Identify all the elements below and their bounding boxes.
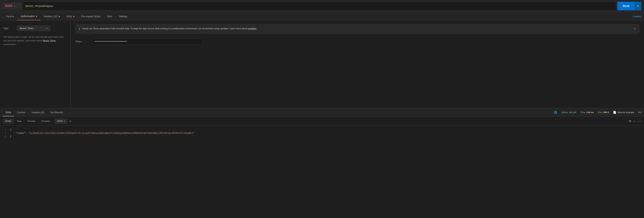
status-size-text: Size: 396 B xyxy=(598,111,609,113)
token-input[interactable] xyxy=(92,38,203,44)
tab-body[interactable]: Body xyxy=(63,13,78,20)
tab-tests[interactable]: Tests xyxy=(104,13,116,20)
method-dropdown[interactable]: POST ▾ xyxy=(3,3,21,9)
format-tabs-row: Pretty Raw Preview Visualize JSON ▾ ⇌ ⧉ … xyxy=(0,117,644,125)
alert-text: Heads up! These parameters hold sensitiv… xyxy=(82,27,631,30)
type-select-value: Bearer Token xyxy=(20,27,44,30)
type-select-arrow-icon: ▾ xyxy=(46,27,48,30)
json-selector-label: JSON xyxy=(57,120,63,122)
auth-section: Type Bearer Token ▾ The authorization he… xyxy=(0,21,644,108)
bearer-token-link[interactable]: Bearer Token xyxy=(43,39,56,42)
response-status-area: 🌐 Status: 200 OK Time: 109 ms Size: 396 … xyxy=(554,110,641,114)
format-actions: ⧉ ⌕ — xyxy=(629,119,641,123)
tab-authorization[interactable]: Authorization xyxy=(18,12,40,20)
cookies-link[interactable]: Cookies xyxy=(633,15,641,18)
headers-dot-icon xyxy=(59,16,60,17)
size-value: 396 B xyxy=(603,111,609,113)
auth-description: The authorization header will be automat… xyxy=(3,35,67,46)
auth-right-panel: ℹ Heads up! These parameters hold sensit… xyxy=(70,21,644,108)
tab-pre-request-script[interactable]: Pre-request Script xyxy=(78,13,104,20)
type-row: Type Bearer Token ▾ xyxy=(3,25,67,31)
line-number-1: 1 xyxy=(0,128,10,131)
tab-params[interactable]: Params xyxy=(3,13,18,20)
code-line-2: 2 "token": "eyJhbGciOiJIUzI1NiIsInR5cCI6… xyxy=(0,131,644,135)
format-tab-pretty[interactable]: Pretty xyxy=(3,118,14,124)
minimize-icon[interactable]: — xyxy=(638,119,641,123)
json-format-selector[interactable]: JSON ▾ xyxy=(55,119,68,124)
token-row: Token xyxy=(75,38,639,44)
line-number-2: 2 xyxy=(0,132,10,134)
url-bar: POST ▾ {{BASE_URI}}/auth/signup Send ▾ xyxy=(0,0,644,12)
response-tab-headers[interactable]: Headers (8) xyxy=(29,109,47,116)
globe-icon[interactable]: 🌐 xyxy=(554,111,557,114)
line-content-3: } xyxy=(10,135,12,138)
response-tab-test-results[interactable]: Test Results xyxy=(47,109,66,116)
url-path: /auth/signup xyxy=(40,5,53,7)
format-tab-visualize[interactable]: Visualize xyxy=(38,118,53,124)
tab-settings[interactable]: Settings xyxy=(116,13,131,20)
auth-left-panel: Type Bearer Token ▾ The authorization he… xyxy=(0,21,70,108)
body-dot-icon xyxy=(73,16,74,17)
code-area: 1 { 2 "token": "eyJhbGciOiJIUzI1NiIsInR5… xyxy=(0,125,644,218)
format-tab-preview[interactable]: Preview xyxy=(25,118,38,124)
filter-icon[interactable]: ⇌ xyxy=(70,120,72,122)
line-number-3: 3 xyxy=(0,135,10,138)
method-arrow-icon: ▾ xyxy=(14,5,15,7)
more-options-icon[interactable]: ••• xyxy=(638,110,641,114)
response-tab-cookies[interactable]: Cookies xyxy=(14,109,29,116)
json-value-token: "eyJhbGciOiJIUzI1NiIsInR5cCI6IkpXVCJ9.ey… xyxy=(28,132,194,134)
send-dropdown-button[interactable]: ▾ xyxy=(634,2,641,10)
response-tabs-row: Body Cookies Headers (8) Test Results 🌐 … xyxy=(0,108,644,117)
alert-close-icon[interactable]: ✕ xyxy=(634,27,636,30)
time-value: 109 ms xyxy=(586,111,594,113)
status-time-text: Time: 109 ms xyxy=(580,111,594,113)
info-icon: ℹ xyxy=(79,27,80,31)
format-tab-raw[interactable]: Raw xyxy=(14,118,24,124)
response-tab-body[interactable]: Body xyxy=(3,109,14,116)
status-ok-text: Status: 200 OK xyxy=(561,111,576,113)
save-as-example-button[interactable]: 📄 Save as example xyxy=(613,111,634,114)
save-icon: 📄 xyxy=(613,111,616,114)
status-value: 200 OK xyxy=(569,111,576,113)
tab-headers[interactable]: Headers (10) xyxy=(40,13,64,20)
copy-icon[interactable]: ⧉ xyxy=(629,119,631,123)
token-label: Token xyxy=(75,40,89,43)
code-line-3: 3 } xyxy=(0,135,644,138)
send-button-container: Send ▾ xyxy=(617,2,641,10)
authorization-dot-icon xyxy=(36,16,37,17)
type-select[interactable]: Bearer Token ▾ xyxy=(17,25,50,31)
code-line-1: 1 { xyxy=(0,128,644,131)
method-label: POST xyxy=(5,4,12,7)
search-icon[interactable]: ⌕ xyxy=(634,119,636,123)
url-input[interactable]: {{BASE_URI}}/auth/signup xyxy=(22,2,616,10)
json-key-token: "token" xyxy=(16,132,26,134)
type-label: Type xyxy=(3,27,17,30)
url-variable: {{BASE_URI}} xyxy=(25,5,40,7)
json-selector-arrow-icon: ▾ xyxy=(64,120,65,122)
line-content-1: { xyxy=(10,128,12,131)
line-content-2: "token": "eyJhbGciOiJIUzI1NiIsInR5cCI6Ik… xyxy=(10,132,195,134)
alert-box: ℹ Heads up! These parameters hold sensit… xyxy=(75,24,639,34)
request-tabs-row: Params Authorization Headers (10) Body P… xyxy=(0,12,644,21)
send-button[interactable]: Send xyxy=(617,2,634,10)
variables-link[interactable]: variables xyxy=(248,27,256,30)
